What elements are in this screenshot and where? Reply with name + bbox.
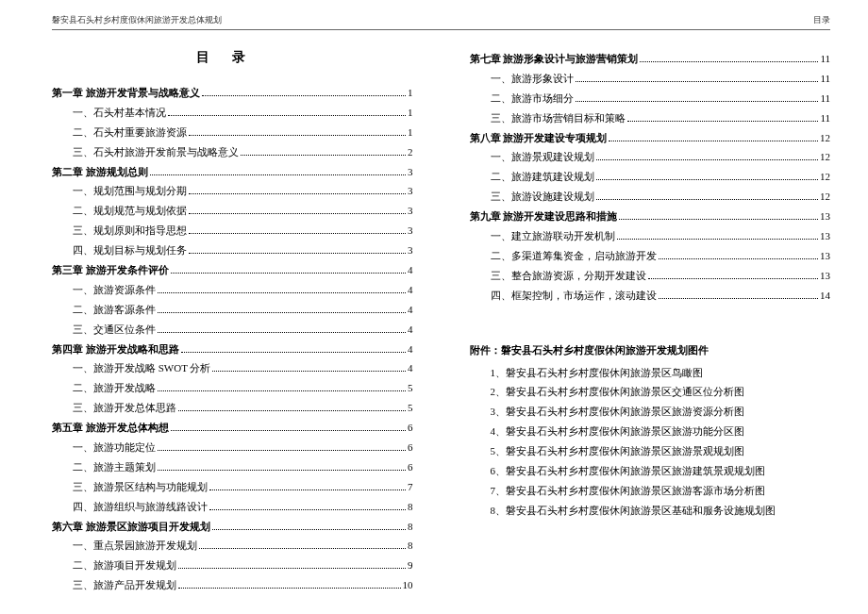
- toc-page: 12: [820, 187, 830, 207]
- toc-line: 四、框架控制，市场运作，滚动建设14: [470, 286, 831, 306]
- toc-page: 3: [408, 201, 413, 221]
- toc-label: 三、石头村旅游开发前景与战略意义: [52, 142, 239, 162]
- toc-line: 三、旅游产品开发规划10: [52, 575, 413, 595]
- appendix-list: 1、磐安县石头村乡村度假休闲旅游景区鸟瞰图2、磐安县石头村乡村度假休闲旅游景区交…: [470, 363, 831, 521]
- toc-dots: [171, 430, 406, 431]
- toc-label: 四、规划目标与规划任务: [52, 241, 187, 260]
- toc-right-list: 第七章 旅游形象设计与旅游营销策划11一、旅游形象设计11二、旅游市场细分11三…: [470, 49, 831, 306]
- appendix-item: 8、磐安县石头村乡村度假休闲旅游景区基础和服务设施规划图: [470, 501, 831, 521]
- toc-line: 三、石头村旅游开发前景与战略意义2: [52, 142, 413, 162]
- toc-line: 一、重点景园旅游开发规划8: [52, 536, 413, 556]
- toc-line: 第六章 旅游景区旅游项目开发规划8: [52, 517, 413, 537]
- toc-line: 三、旅游开发总体思路5: [52, 398, 413, 418]
- toc-label: 四、框架控制，市场运作，滚动建设: [470, 286, 657, 306]
- toc-label: 一、旅游形象设计: [470, 69, 574, 89]
- toc-dots: [640, 61, 818, 62]
- left-column: 目录 第一章 旅游开发背景与战略意义1一、石头村基本情况1二、石头村重要旅游资源…: [52, 49, 413, 595]
- appendix-item: 2、磐安县石头村乡村度假休闲旅游景区交通区位分析图: [470, 382, 831, 402]
- toc-label: 第二章 旅游规划总则: [52, 162, 148, 182]
- appendix-item: 7、磐安县石头村乡村度假休闲旅游景区旅游客源市场分析图: [470, 481, 831, 501]
- appendix-item: 4、磐安县石头村乡村度假休闲旅游景区旅游功能分区图: [470, 422, 831, 441]
- toc-page: 13: [820, 207, 830, 226]
- toc-line: 第八章 旅游开发建设专项规划12: [470, 128, 831, 148]
- toc-label: 三、旅游市场营销目标和策略: [470, 108, 626, 128]
- toc-line: 二、规划规范与规划依据3: [52, 201, 413, 221]
- toc-dots: [619, 219, 818, 220]
- toc-dots: [158, 312, 406, 313]
- toc-page: 8: [408, 497, 413, 517]
- toc-label: 三、整合旅游资源，分期开发建设: [470, 266, 646, 286]
- toc-label: 二、多渠道筹集资金，启动旅游开发: [470, 246, 657, 266]
- toc-page: 6: [408, 418, 413, 438]
- header-right: 目录: [813, 14, 830, 26]
- toc-label: 三、旅游景区结构与功能规划: [52, 477, 208, 497]
- toc-label: 一、重点景园旅游开发规划: [52, 536, 197, 556]
- toc-label: 二、规划规范与规划依据: [52, 201, 187, 221]
- toc-page: 14: [820, 286, 830, 306]
- toc-dots: [576, 101, 819, 102]
- toc-line: 第二章 旅游规划总则3: [52, 162, 413, 182]
- appendix-item: 5、磐安县石头村乡村度假休闲旅游景区旅游景观规划图: [470, 441, 831, 461]
- toc-dots: [209, 509, 406, 510]
- toc-line: 二、旅游客源条件4: [52, 300, 413, 320]
- toc-line: 第九章 旅游开发建设思路和措施13: [470, 207, 831, 226]
- toc-label: 第五章 旅游开发总体构想: [52, 418, 169, 438]
- toc-line: 第一章 旅游开发背景与战略意义1: [52, 83, 413, 103]
- toc-page: 1: [408, 123, 413, 142]
- toc-label: 一、建立旅游联动开发机制: [470, 226, 615, 246]
- toc-dots: [158, 470, 406, 471]
- toc-line: 第五章 旅游开发总体构想6: [52, 418, 413, 438]
- toc-label: 三、旅游开发总体思路: [52, 398, 176, 418]
- toc-dots: [659, 258, 819, 259]
- toc-page: 5: [408, 378, 413, 398]
- toc-page: 4: [408, 358, 413, 378]
- toc-label: 第八章 旅游开发建设专项规划: [470, 128, 608, 148]
- toc-label: 四、旅游组织与旅游线路设计: [52, 497, 208, 517]
- toc-line: 一、石头村基本情况1: [52, 103, 413, 123]
- toc-dots: [627, 121, 819, 122]
- toc-dots: [158, 450, 406, 451]
- toc-page: 4: [408, 260, 413, 280]
- appendix-title: 附件：磐安县石头村乡村度假休闲旅游开发规划图件: [470, 343, 831, 357]
- appendix-item: 1、磐安县石头村乡村度假休闲旅游景区鸟瞰图: [470, 363, 831, 383]
- toc-page: 1: [408, 103, 413, 123]
- toc-line: 三、旅游景区结构与功能规划7: [52, 477, 413, 497]
- toc-dots: [199, 548, 406, 549]
- toc-line: 二、多渠道筹集资金，启动旅游开发13: [470, 246, 831, 266]
- toc-dots: [596, 179, 819, 180]
- toc-label: 二、石头村重要旅游资源: [52, 123, 187, 142]
- toc-page: 4: [408, 320, 413, 340]
- toc-line: 第七章 旅游形象设计与旅游营销策划11: [470, 49, 831, 69]
- columns: 目录 第一章 旅游开发背景与战略意义1一、石头村基本情况1二、石头村重要旅游资源…: [52, 49, 830, 595]
- toc-label: 三、规划原则和指导思想: [52, 221, 187, 241]
- toc-dots: [212, 529, 406, 530]
- toc-page: 11: [820, 69, 830, 89]
- toc-line: 一、建立旅游联动开发机制13: [470, 226, 831, 246]
- toc-dots: [596, 199, 819, 200]
- toc-dots: [171, 273, 406, 274]
- toc-line: 四、旅游组织与旅游线路设计8: [52, 497, 413, 517]
- toc-dots: [609, 141, 818, 141]
- toc-page: 11: [820, 49, 830, 69]
- toc-line: 第四章 旅游开发战略和思路4: [52, 340, 413, 359]
- toc-label: 第九章 旅游开发建设思路和措施: [470, 207, 618, 226]
- toc-dots: [158, 332, 406, 333]
- toc-page: 3: [408, 162, 413, 182]
- toc-page: 6: [408, 457, 413, 477]
- appendix-item: 3、磐安县石头村乡村度假休闲旅游景区旅游资源分析图: [470, 402, 831, 422]
- toc-page: 12: [820, 167, 830, 187]
- toc-label: 三、旅游设施建设规划: [470, 187, 594, 207]
- toc-label: 二、旅游开发战略: [52, 378, 156, 398]
- toc-dots: [181, 352, 406, 353]
- page: 磐安县石头村乡村度假休闲旅游开发总体规划 目录 目录 第一章 旅游开发背景与战略…: [0, 0, 868, 614]
- toc-title: 目录: [52, 49, 413, 66]
- toc-line: 一、旅游形象设计11: [470, 69, 831, 89]
- toc-dots: [648, 278, 819, 279]
- toc-dots: [189, 233, 406, 234]
- toc-dots: [576, 81, 819, 82]
- toc-dots: [178, 568, 406, 569]
- toc-page: 13: [820, 246, 830, 266]
- toc-dots: [659, 298, 819, 299]
- toc-line: 一、旅游资源条件4: [52, 280, 413, 300]
- toc-line: 三、规划原则和指导思想3: [52, 221, 413, 241]
